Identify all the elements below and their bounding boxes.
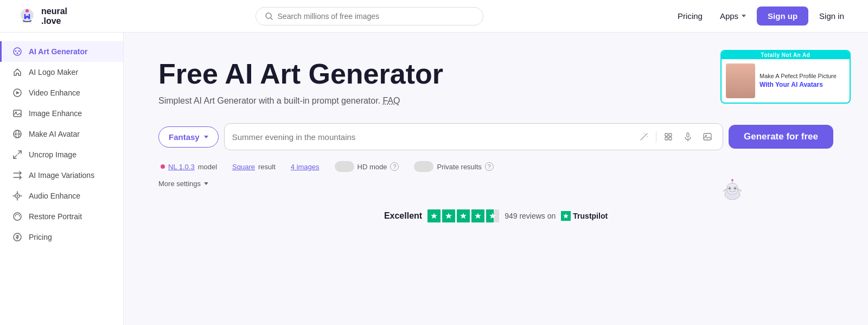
apps-nav-link[interactable]: Apps <box>713 7 752 25</box>
sidebar-label: AI Logo Maker <box>29 68 78 77</box>
private-help-icon[interactable]: ? <box>485 162 494 171</box>
hd-mode-toggle[interactable] <box>335 161 354 172</box>
expand-icon <box>12 150 22 160</box>
svg-rect-28 <box>665 133 668 136</box>
svg-point-20 <box>735 188 736 189</box>
prompt-input[interactable] <box>232 132 632 142</box>
search-icon <box>265 12 273 21</box>
star-5-half <box>486 209 499 222</box>
ad-text: Make A Pefect Profile Picture With Your … <box>760 72 837 90</box>
sidebar-label: AI Image Variations <box>29 171 94 180</box>
svg-rect-29 <box>669 133 672 136</box>
model-suffix: model <box>198 163 217 171</box>
sidebar-item-make-ai-avatar[interactable]: Make AI Avatar <box>0 124 123 144</box>
sidebar: AI Art Generator AI Logo Maker Video Enh… <box>0 33 124 325</box>
sidebar-item-ai-logo-maker[interactable]: AI Logo Maker <box>0 62 123 82</box>
sidebar-item-pricing[interactable]: Pricing <box>0 227 123 247</box>
result-link[interactable]: Square <box>232 163 255 171</box>
image-icon <box>12 109 22 118</box>
svg-rect-30 <box>665 137 668 140</box>
logo-text: neural.love <box>41 7 67 26</box>
nav-right: Pricing Apps Sign up Sign in <box>671 7 851 26</box>
trustpilot-logo[interactable]: Trustpilot <box>561 211 608 221</box>
sidebar-item-ai-art-generator[interactable]: AI Art Generator <box>0 41 123 62</box>
signin-button[interactable]: Sign in <box>813 7 851 26</box>
prompt-icons <box>636 129 715 144</box>
svg-point-13 <box>14 213 21 220</box>
model-dot <box>161 164 165 169</box>
sidebar-item-restore-portrait[interactable]: Restore Portrait <box>0 206 123 227</box>
sidebar-item-ai-image-variations[interactable]: AI Image Variations <box>0 165 123 186</box>
style-button[interactable]: Fantasy <box>158 126 219 148</box>
ad-avatar-image <box>726 63 755 98</box>
settings-row: NL 1.0.3 model Square result 4 images HD… <box>158 161 833 172</box>
result-suffix: result <box>258 163 276 171</box>
model-setting[interactable]: NL 1.0.3 model <box>161 163 217 171</box>
svg-point-0 <box>25 9 29 12</box>
images-setting[interactable]: 4 images <box>291 163 320 171</box>
globe-icon <box>12 129 22 139</box>
svg-point-12 <box>17 195 18 197</box>
svg-rect-34 <box>704 133 711 140</box>
magic-wand-icon[interactable] <box>636 129 652 144</box>
hd-help-icon[interactable]: ? <box>390 162 399 171</box>
sidebar-label: AI Art Generator <box>29 47 87 56</box>
sidebar-item-image-enhance[interactable]: Image Enhance <box>0 103 123 124</box>
sidebar-item-uncrop-image[interactable]: Uncrop Image <box>0 144 123 165</box>
sidebar-item-audio-enhance[interactable]: Audio Enhance <box>0 186 123 206</box>
hd-mode-setting[interactable]: HD mode ? <box>335 161 399 172</box>
private-toggle[interactable] <box>414 161 433 172</box>
faq-link[interactable]: FAQ <box>383 96 400 105</box>
star-2 <box>442 209 455 222</box>
layout: AI Art Generator AI Logo Maker Video Enh… <box>0 0 868 325</box>
signup-button[interactable]: Sign up <box>757 7 808 26</box>
result-setting[interactable]: Square result <box>232 163 276 171</box>
model-link[interactable]: NL 1.0.3 <box>168 163 195 171</box>
generator-row: Fantasy <box>158 123 833 150</box>
shuffle-prompt-icon[interactable] <box>661 129 676 144</box>
sidebar-label: Make AI Avatar <box>29 130 80 138</box>
svg-rect-7 <box>14 110 21 117</box>
svg-point-5 <box>17 53 18 54</box>
trustpilot-star-icon <box>561 211 571 221</box>
header: neural.love Pricing Apps Sign up Sign in <box>0 0 868 33</box>
reviews-text: 949 reviews on <box>505 212 556 220</box>
images-link[interactable]: 4 images <box>291 163 320 171</box>
star-1 <box>427 209 441 222</box>
ad-badge: Totally Not An Ad <box>722 51 850 59</box>
svg-point-2 <box>14 48 21 55</box>
search-bar[interactable] <box>256 7 483 26</box>
dollar-icon <box>12 232 22 242</box>
robot-mascot <box>716 174 749 201</box>
svg-rect-31 <box>669 137 672 140</box>
excellent-text: Excellent <box>384 211 422 221</box>
trustpilot-name: Trustpilot <box>573 212 608 220</box>
sidebar-label: Video Enhance <box>29 88 80 97</box>
star-3 <box>457 209 470 222</box>
audio-icon <box>12 191 22 201</box>
logo[interactable]: neural.love <box>17 7 67 26</box>
private-results-setting[interactable]: Private results ? <box>414 161 493 172</box>
more-settings-chevron-icon <box>204 182 208 185</box>
sidebar-label: Audio Enhance <box>29 192 80 200</box>
image-upload-icon[interactable] <box>700 129 715 144</box>
shuffle-icon <box>12 170 22 180</box>
sidebar-item-video-enhance[interactable]: Video Enhance <box>0 82 123 103</box>
ad-cta: With Your AI Avatars <box>760 81 823 88</box>
svg-point-19 <box>729 188 731 189</box>
svg-point-27 <box>647 136 648 137</box>
pricing-nav-link[interactable]: Pricing <box>671 7 709 25</box>
private-label: Private results <box>437 163 481 171</box>
generate-button[interactable]: Generate for free <box>729 125 833 149</box>
star-4 <box>471 209 484 222</box>
play-icon <box>12 88 22 98</box>
ad-content: Make A Pefect Profile Picture With Your … <box>722 59 850 103</box>
svg-point-26 <box>643 133 644 134</box>
circle-icon <box>12 212 22 221</box>
microphone-icon[interactable] <box>680 129 695 144</box>
svg-point-25 <box>646 134 647 135</box>
prompt-input-wrap[interactable] <box>224 123 723 150</box>
search-input[interactable] <box>278 12 474 21</box>
main-content: Totally Not An Ad Make A Pefect Profile … <box>124 33 868 325</box>
ad-banner[interactable]: Totally Not An Ad Make A Pefect Profile … <box>720 50 851 104</box>
